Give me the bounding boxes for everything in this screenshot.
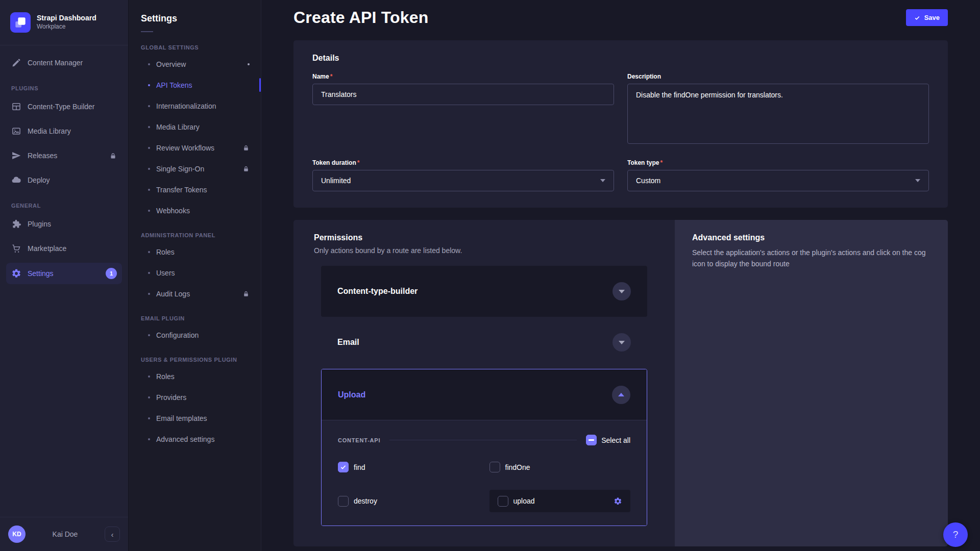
details-grid: Name* Description Token duration* Unlimi… xyxy=(312,73,929,191)
required-asterisk: * xyxy=(660,159,663,166)
findone-checkbox[interactable] xyxy=(489,462,500,472)
content-api-label: CONTENT-API xyxy=(338,437,380,443)
expand-accordion-button[interactable] xyxy=(612,282,631,300)
page-header: Create API Token Save xyxy=(293,0,948,40)
settings-item-review-workflows[interactable]: Review Workflows xyxy=(129,137,261,158)
permission-findone[interactable]: findOne xyxy=(489,462,631,472)
gear-icon xyxy=(11,268,21,279)
settings-item-overview[interactable]: Overview xyxy=(129,54,261,74)
main-sidebar: Strapi Dashboard Workplace Content Manag… xyxy=(0,0,129,551)
accordion-upload-header[interactable]: Upload xyxy=(322,369,647,420)
section-users-permissions-plugin: USERS & PERMISSIONS PLUGIN xyxy=(129,345,261,366)
lock-icon xyxy=(109,152,117,160)
token-type-select[interactable]: Custom xyxy=(627,170,929,191)
select-all-checkbox[interactable] xyxy=(586,435,597,445)
workspace-header[interactable]: Strapi Dashboard Workplace xyxy=(0,0,128,45)
nav-item-label: Deploy xyxy=(28,176,50,184)
accordion-email[interactable]: Email xyxy=(321,317,647,368)
settings-item-single-sign-on[interactable]: Single Sign-On xyxy=(129,158,261,179)
upload-checkbox[interactable] xyxy=(498,496,508,507)
advanced-settings-description: Select the application's actions or the … xyxy=(692,247,930,269)
settings-item-internationalization[interactable]: Internationalization xyxy=(129,95,261,116)
settings-item-media-library[interactable]: Media Library xyxy=(129,116,261,137)
permissions-subtitle: Only actions bound by a route are listed… xyxy=(314,246,654,255)
save-button[interactable]: Save xyxy=(906,9,948,26)
permissions-heading: Permissions xyxy=(314,233,654,242)
nav-section-general: GENERAL xyxy=(6,194,122,214)
chevron-up-icon xyxy=(618,393,624,396)
settings-item-up-roles[interactable]: Roles xyxy=(129,366,261,387)
main-nav-list: Content Manager PLUGINS Content-Type Bui… xyxy=(0,45,128,517)
settings-item-api-tokens[interactable]: API Tokens xyxy=(129,74,261,95)
bullet-icon xyxy=(148,63,150,65)
settings-item-advanced-settings[interactable]: Advanced settings xyxy=(129,429,261,449)
nav-section-plugins: PLUGINS xyxy=(6,77,122,96)
bullet-icon xyxy=(148,189,150,191)
collapse-accordion-button[interactable] xyxy=(612,386,630,404)
settings-item-audit-logs[interactable]: Audit Logs xyxy=(129,283,261,304)
settings-item-users[interactable]: Users xyxy=(129,262,261,283)
bullet-icon xyxy=(148,126,150,128)
cog-icon[interactable] xyxy=(614,497,622,506)
accordion-content-type-builder[interactable]: Content-type-builder xyxy=(321,266,647,317)
settings-item-configuration[interactable]: Configuration xyxy=(129,324,261,345)
section-global-settings: GLOBAL SETTINGS xyxy=(129,33,261,54)
advanced-settings-heading: Advanced settings xyxy=(692,233,930,242)
nav-item-settings[interactable]: Settings 1 xyxy=(6,263,122,284)
nav-item-marketplace[interactable]: Marketplace xyxy=(6,238,122,259)
settings-item-label: Transfer Tokens xyxy=(156,186,207,194)
settings-item-transfer-tokens[interactable]: Transfer Tokens xyxy=(129,179,261,200)
permission-find[interactable]: find xyxy=(338,462,479,472)
settings-item-providers[interactable]: Providers xyxy=(129,387,261,408)
nav-item-label: Media Library xyxy=(28,127,71,135)
chevron-down-icon xyxy=(915,179,920,182)
minus-icon xyxy=(589,439,594,441)
lock-icon xyxy=(242,165,250,172)
settings-item-label: Media Library xyxy=(156,123,200,131)
checkbox-label: destroy xyxy=(354,497,377,505)
settings-item-label: Internationalization xyxy=(156,102,216,110)
expand-accordion-button[interactable] xyxy=(612,333,631,352)
settings-notification-badge: 1 xyxy=(106,268,117,279)
notification-dot xyxy=(248,63,250,65)
permission-upload[interactable]: upload xyxy=(489,490,631,512)
nav-item-plugins[interactable]: Plugins xyxy=(6,214,122,234)
find-checkbox[interactable] xyxy=(338,462,349,472)
name-label: Name* xyxy=(312,73,614,80)
accordion-list: Content-type-builder Email Upload CONTEN… xyxy=(321,266,647,526)
workspace-title: Strapi Dashboard xyxy=(37,14,96,23)
permission-destroy[interactable]: destroy xyxy=(338,496,479,507)
settings-item-admin-roles[interactable]: Roles xyxy=(129,241,261,262)
permissions-section: Permissions Only actions bound by a rout… xyxy=(293,220,948,546)
token-duration-label: Token duration* xyxy=(312,159,614,166)
settings-item-label: Providers xyxy=(156,393,186,402)
nav-item-media-library[interactable]: Media Library xyxy=(6,121,122,141)
help-button[interactable]: ? xyxy=(943,522,968,547)
name-input[interactable] xyxy=(312,84,614,105)
bullet-icon xyxy=(148,293,150,295)
accordion-upload-body: CONTENT-API Select all xyxy=(322,420,647,525)
collapse-sidebar-button[interactable]: ‹ xyxy=(105,527,120,542)
select-all-control[interactable]: Select all xyxy=(586,435,630,445)
bullet-icon xyxy=(148,147,150,149)
nav-item-releases[interactable]: Releases xyxy=(6,145,122,166)
chevron-down-icon xyxy=(619,341,625,344)
token-duration-select[interactable]: Unlimited xyxy=(312,170,614,191)
avatar[interactable]: KD xyxy=(8,525,26,543)
settings-item-label: API Tokens xyxy=(156,81,192,89)
checkbox-label: find xyxy=(354,463,365,471)
description-textarea[interactable] xyxy=(627,84,929,144)
destroy-checkbox[interactable] xyxy=(338,496,349,507)
bullet-icon xyxy=(148,396,150,398)
bullet-icon xyxy=(148,417,150,419)
settings-item-label: Roles xyxy=(156,372,175,381)
nav-item-content-type-builder[interactable]: Content-Type Builder xyxy=(6,96,122,117)
nav-item-deploy[interactable]: Deploy xyxy=(6,170,122,190)
nav-item-content-manager[interactable]: Content Manager xyxy=(6,53,122,73)
settings-item-webhooks[interactable]: Webhooks xyxy=(129,200,261,221)
settings-item-label: Single Sign-On xyxy=(156,165,204,173)
section-administration-panel: ADMINISTRATION PANEL xyxy=(129,221,261,241)
bullet-icon xyxy=(148,272,150,274)
settings-item-email-templates[interactable]: Email templates xyxy=(129,408,261,429)
nav-item-label: Plugins xyxy=(28,220,51,228)
